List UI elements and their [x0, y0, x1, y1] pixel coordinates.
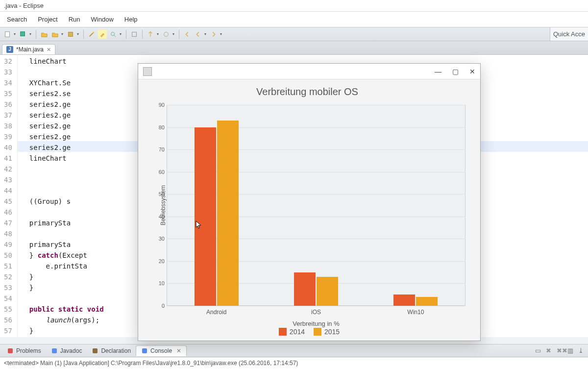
chart-y-tick: 0: [153, 303, 165, 309]
pin-icon[interactable]: ▭: [535, 347, 543, 355]
window-titlebar: .java - Eclipse: [0, 0, 588, 12]
package-dropdown[interactable]: [77, 32, 80, 36]
bottom-tab-javadoc[interactable]: Javadoc: [46, 346, 87, 356]
chart-canvas: Verbreitung mobiler OS Betriebssystem Ve…: [138, 79, 480, 341]
highlight-icon[interactable]: [98, 30, 107, 39]
forward-dropdown[interactable]: [220, 32, 223, 36]
remove-all-icon[interactable]: ✖✖: [557, 347, 564, 355]
window-title: .java - Eclipse: [4, 2, 44, 9]
bottom-tab-declaration[interactable]: Declaration: [87, 346, 136, 356]
svg-rect-10: [142, 348, 147, 353]
main-toolbar: Quick Acce: [0, 27, 588, 41]
quick-access-label: Quick Acce: [553, 30, 585, 38]
bottom-view-tabstrip: ProblemsJavadocDeclarationConsole ✕ ▭ ✖ …: [0, 344, 588, 357]
chart-y-tick: 40: [153, 214, 165, 220]
save-dropdown[interactable]: [29, 32, 32, 36]
java-file-icon: J: [6, 46, 13, 53]
open-dropdown[interactable]: [61, 32, 64, 36]
minimize-icon[interactable]: —: [435, 68, 441, 75]
svg-point-6: [164, 32, 169, 36]
back2-icon[interactable]: [194, 30, 202, 39]
toggle-breadcrumb-icon[interactable]: [130, 30, 139, 39]
forward-icon[interactable]: [209, 30, 218, 39]
nav-dropdown[interactable]: [204, 32, 207, 36]
editor-tab-main[interactable]: J *Main.java ✕: [2, 44, 55, 54]
chart-y-tick: 50: [153, 191, 165, 197]
svg-rect-8: [52, 348, 57, 353]
svg-rect-2: [69, 32, 73, 36]
toolbar-separator: [179, 30, 179, 39]
quick-access-field[interactable]: Quick Acce: [550, 27, 588, 41]
menu-search[interactable]: Search: [2, 14, 32, 24]
chart-legend: 20142015: [138, 328, 480, 336]
svg-rect-9: [93, 348, 98, 353]
svg-point-4: [111, 32, 115, 35]
bottom-view-toolbar: ▭ ✖ ✖✖ ▥ ⤓: [535, 347, 586, 355]
chart-y-tick: 70: [153, 147, 165, 152]
chart-window-titlebar[interactable]: — ▢ ✕: [138, 64, 480, 79]
menu-help[interactable]: Help: [120, 14, 143, 24]
chart-x-tick: iOS: [311, 309, 321, 316]
chart-y-tick: 60: [153, 169, 165, 175]
maximize-icon[interactable]: ▢: [452, 68, 459, 75]
menu-run[interactable]: Run: [64, 14, 85, 24]
toolbar-separator: [126, 30, 126, 39]
toolbar-separator: [36, 30, 36, 39]
open-type-icon[interactable]: [40, 30, 49, 39]
chart-x-tick: Win10: [407, 309, 424, 316]
line-number-gutter: 3233343536373839404142434445464748495051…: [0, 55, 18, 344]
scroll-lock-icon[interactable]: ⤓: [578, 347, 586, 355]
editor-tab-label: *Main.java: [16, 46, 44, 53]
display-selected-icon[interactable]: ▥: [567, 347, 575, 355]
chart-y-tick: 90: [153, 102, 165, 108]
search-dropdown[interactable]: [120, 32, 122, 36]
app-icon: [143, 67, 152, 76]
console-output: <terminated> Main (1) [Java Application]…: [0, 357, 588, 368]
chart-legend-item: 2014: [279, 328, 305, 336]
close-icon[interactable]: ✕: [47, 47, 51, 53]
new-dropdown[interactable]: [14, 32, 17, 36]
chart-bar: [294, 272, 316, 306]
chart-bar: [416, 297, 438, 306]
chart-bar: [393, 294, 415, 306]
search-icon[interactable]: [109, 30, 118, 39]
chart-app-window[interactable]: — ▢ ✕ Verbreitung mobiler OS Betriebssys…: [138, 63, 481, 341]
svg-rect-5: [132, 32, 137, 36]
chart-bar: [195, 127, 216, 306]
chart-y-tick: 80: [153, 124, 165, 130]
chart-y-tick: 30: [153, 236, 165, 242]
svg-point-3: [93, 31, 95, 33]
skip-icon[interactable]: [146, 30, 155, 39]
menu-window[interactable]: Window: [86, 14, 119, 24]
svg-rect-1: [21, 31, 25, 36]
back-icon[interactable]: [183, 30, 192, 39]
open-resource-icon[interactable]: [50, 30, 59, 39]
chart-plot-area: Betriebssystem Verbreitung in % 01020304…: [167, 105, 466, 306]
chart-bar: [317, 277, 338, 306]
chart-y-tick: 20: [153, 258, 165, 264]
bottom-tab-problems[interactable]: Problems: [2, 346, 46, 356]
svg-rect-7: [8, 348, 13, 353]
package-icon[interactable]: [66, 30, 75, 39]
step-icon[interactable]: [162, 30, 171, 39]
remove-icon[interactable]: ✖: [546, 347, 554, 355]
new-icon[interactable]: [3, 30, 12, 39]
toolbar-separator: [142, 30, 143, 39]
skip-dropdown[interactable]: [157, 32, 160, 36]
chart-title: Verbreitung mobiler OS: [143, 86, 471, 98]
bottom-tab-console[interactable]: Console ✕: [136, 345, 187, 356]
wand-icon[interactable]: [87, 30, 96, 39]
close-icon[interactable]: ✕: [176, 347, 181, 354]
save-all-icon[interactable]: [19, 30, 27, 39]
chart-legend-item: 2015: [314, 328, 340, 336]
chart-x-tick: Android: [206, 309, 226, 316]
step-dropdown[interactable]: [172, 32, 175, 36]
chart-y-tick: 10: [153, 280, 165, 286]
chart-bar: [217, 121, 239, 306]
editor-tabstrip: J *Main.java ✕: [0, 41, 588, 55]
console-line: <terminated> Main (1) [Java Application]…: [4, 360, 298, 367]
menu-project[interactable]: Project: [33, 14, 62, 24]
close-window-icon[interactable]: ✕: [469, 68, 475, 75]
svg-rect-0: [5, 31, 10, 37]
menu-bar: SearchProjectRunWindowHelp: [0, 12, 588, 27]
